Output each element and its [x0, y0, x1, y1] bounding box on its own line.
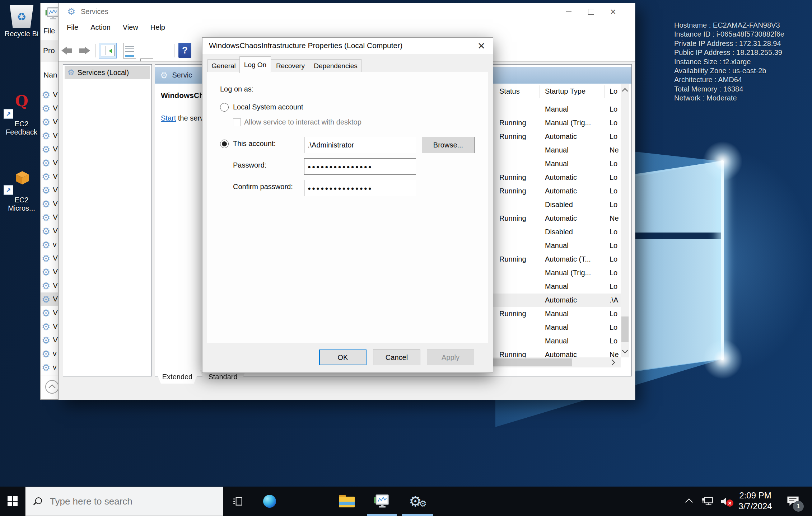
- scroll-up-button[interactable]: [621, 84, 629, 96]
- tab-recovery[interactable]: Recovery: [271, 59, 310, 72]
- tab-dependencies[interactable]: Dependencies: [310, 59, 361, 72]
- column-header-status[interactable]: Status: [499, 87, 520, 95]
- apply-button[interactable]: Apply: [427, 350, 474, 365]
- background-service-row[interactable]: ⚙ v: [41, 347, 59, 361]
- service-list-row[interactable]: Manual Lo: [493, 280, 621, 294]
- background-service-row[interactable]: ⚙ V: [41, 156, 59, 170]
- background-service-row[interactable]: ⚙ V: [41, 142, 59, 156]
- service-list-row[interactable]: Manual Lo: [493, 157, 621, 171]
- column-header-startup-type[interactable]: Startup Type: [545, 87, 585, 95]
- tab-extended[interactable]: Extended: [155, 370, 199, 384]
- properties-icon[interactable]: [123, 43, 136, 58]
- menu-view[interactable]: View: [117, 23, 144, 32]
- service-list-row[interactable]: Running Manual (Trig... Lo: [493, 116, 621, 130]
- confirm-password-input[interactable]: ●●●●●●●●●●●●●●●: [304, 180, 416, 196]
- background-service-row[interactable]: ⚙ V: [41, 102, 59, 115]
- close-button[interactable]: ×: [602, 3, 624, 20]
- start-service-link[interactable]: Start: [161, 114, 176, 122]
- background-service-row[interactable]: ⚙ V: [41, 320, 59, 333]
- background-service-row[interactable]: ⚙ V: [41, 224, 59, 238]
- service-list-row[interactable]: Manual (Trig... Lo: [493, 266, 621, 280]
- browse-button[interactable]: Browse...: [422, 137, 475, 153]
- cancel-button[interactable]: Cancel: [373, 350, 420, 365]
- service-list-row[interactable]: Automatic .\A: [493, 294, 621, 307]
- service-list-row[interactable]: Running Automatic Ne: [493, 212, 621, 225]
- ok-button[interactable]: OK: [319, 350, 367, 365]
- forward-button[interactable]: [79, 43, 90, 58]
- service-list-row[interactable]: Running Automatic Lo: [493, 130, 621, 144]
- tab-general[interactable]: General: [207, 59, 240, 72]
- service-list-row[interactable]: Running Manual Lo: [493, 307, 621, 321]
- background-service-row[interactable]: ⚙ V: [41, 279, 59, 292]
- radio-local-system-account[interactable]: [220, 103, 229, 112]
- background-service-row[interactable]: ⚙ V: [41, 115, 59, 129]
- services-taskbar-button[interactable]: ⚙ ⚙: [405, 487, 431, 516]
- help-icon[interactable]: ?: [178, 43, 191, 58]
- background-service-row[interactable]: ⚙ V: [41, 333, 59, 347]
- collapse-chevron-button[interactable]: [45, 380, 59, 394]
- dialog-title-bar[interactable]: WindowsChaosInfrastructure Properties (L…: [202, 38, 493, 54]
- desktop-icon-recycle-bin[interactable]: ♻ Recycle Bi: [1, 5, 42, 38]
- background-column-header-name[interactable]: Nan: [43, 71, 59, 79]
- background-service-row[interactable]: ⚙ V: [41, 265, 59, 279]
- dialog-close-button[interactable]: ✕: [470, 38, 493, 54]
- background-service-row[interactable]: ⚙ V: [41, 306, 59, 320]
- search-input[interactable]: [49, 496, 209, 507]
- background-service-row[interactable]: ⚙ V: [41, 292, 59, 306]
- checkbox-interact-desktop[interactable]: [233, 118, 241, 126]
- scroll-down-button[interactable]: [621, 345, 629, 357]
- menu-file[interactable]: File: [61, 23, 84, 32]
- horizontal-scrollbar[interactable]: [493, 357, 621, 367]
- service-list-row[interactable]: Running Automatic Ne: [493, 348, 621, 357]
- file-explorer-button[interactable]: [335, 487, 358, 516]
- performance-monitor-button[interactable]: [370, 487, 393, 516]
- service-list-row[interactable]: Manual Lo: [493, 103, 621, 116]
- background-service-row[interactable]: ⚙ v: [41, 361, 59, 374]
- menu-help[interactable]: Help: [144, 23, 171, 32]
- background-service-row[interactable]: ⚙ V: [41, 170, 59, 183]
- network-tray-button[interactable]: [699, 487, 717, 516]
- password-input[interactable]: ●●●●●●●●●●●●●●●: [304, 158, 416, 175]
- background-service-row[interactable]: ⚙ V: [41, 88, 59, 102]
- service-list-row[interactable]: Running Automatic Lo: [493, 171, 621, 184]
- service-list-row[interactable]: Manual Ne: [493, 144, 621, 157]
- scrollbar-thumb[interactable]: [621, 316, 629, 342]
- service-list-row[interactable]: Manual Lo: [493, 239, 621, 253]
- show-console-tree-button[interactable]: [99, 43, 117, 58]
- minimize-button[interactable]: [557, 3, 580, 20]
- scrollbar-thumb[interactable]: [493, 358, 572, 366]
- services-title-bar[interactable]: ⚙ Services ×: [59, 3, 635, 20]
- service-list-row[interactable]: Disabled Lo: [493, 198, 621, 212]
- service-list-row[interactable]: Running Automatic Lo: [493, 184, 621, 198]
- column-header-log-on-as[interactable]: Lo: [610, 87, 617, 95]
- service-list-row[interactable]: Disabled Lo: [493, 225, 621, 239]
- maximize-button[interactable]: [580, 3, 602, 20]
- back-button[interactable]: [61, 43, 72, 58]
- task-view-button[interactable]: [228, 487, 248, 516]
- tray-overflow-button[interactable]: [681, 487, 698, 516]
- background-service-row[interactable]: ⚙ V: [41, 197, 59, 211]
- scroll-right-button[interactable]: [606, 357, 618, 367]
- account-input[interactable]: [304, 137, 416, 153]
- background-window-toolbar-label[interactable]: Pro: [43, 46, 55, 55]
- tree-item-services-local[interactable]: ⚙ Services (Local): [65, 66, 150, 79]
- vertical-scrollbar[interactable]: [621, 84, 629, 357]
- taskbar-clock[interactable]: 2:09 PM 3/7/2024: [734, 490, 776, 512]
- background-service-row[interactable]: ⚙ V: [41, 211, 59, 224]
- background-window-file-menu[interactable]: File: [43, 27, 55, 35]
- start-button[interactable]: [0, 487, 25, 516]
- volume-tray-button[interactable]: ✕: [717, 487, 735, 516]
- menu-action[interactable]: Action: [84, 23, 117, 32]
- radio-this-account[interactable]: [220, 140, 229, 148]
- edge-button[interactable]: [259, 487, 280, 516]
- service-list-row[interactable]: Running Automatic (T... Lo: [493, 253, 621, 266]
- taskbar-search[interactable]: [25, 487, 223, 516]
- background-service-row[interactable]: ⚙ V: [41, 129, 59, 142]
- background-service-row[interactable]: ⚙ V: [41, 252, 59, 265]
- action-center-button[interactable]: 1: [781, 487, 805, 516]
- tab-log-on[interactable]: Log On: [239, 56, 271, 73]
- service-list-row[interactable]: Manual Lo: [493, 334, 621, 348]
- background-service-row[interactable]: ⚙ v: [41, 238, 59, 252]
- service-list-row[interactable]: Manual Lo: [493, 321, 621, 334]
- background-service-row[interactable]: ⚙ V: [41, 183, 59, 197]
